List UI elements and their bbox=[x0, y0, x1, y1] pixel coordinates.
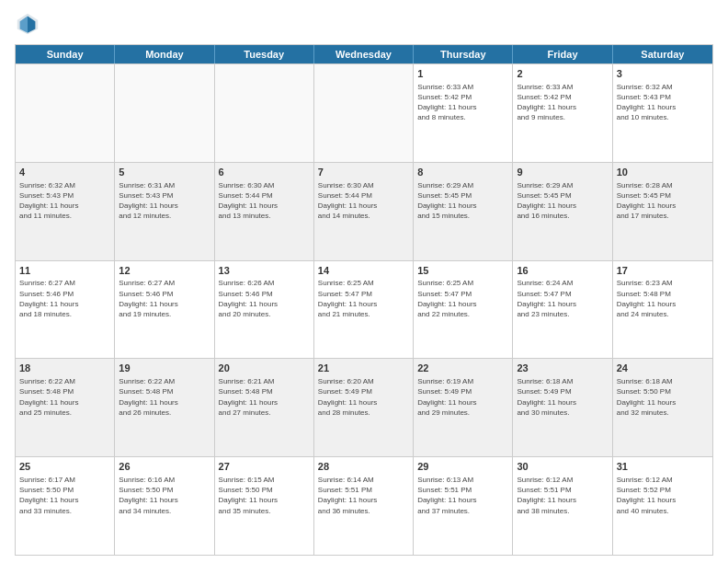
day-number: 26 bbox=[119, 460, 210, 474]
day-number: 7 bbox=[318, 166, 409, 179]
calendar-cell: 12Sunrise: 6:27 AM Sunset: 5:46 PM Dayli… bbox=[115, 261, 214, 359]
calendar-cell: 2Sunrise: 6:33 AM Sunset: 5:42 PM Daylig… bbox=[513, 64, 612, 162]
header-day-saturday: Saturday bbox=[613, 45, 712, 63]
day-number: 28 bbox=[318, 460, 409, 474]
calendar-cell: 27Sunrise: 6:15 AM Sunset: 5:50 PM Dayli… bbox=[215, 457, 314, 555]
day-number: 12 bbox=[119, 264, 210, 278]
cell-info: Sunrise: 6:28 AM Sunset: 5:45 PM Dayligh… bbox=[617, 180, 709, 222]
cell-info: Sunrise: 6:18 AM Sunset: 5:50 PM Dayligh… bbox=[617, 376, 709, 418]
calendar-body: 1Sunrise: 6:33 AM Sunset: 5:42 PM Daylig… bbox=[16, 63, 712, 555]
calendar-cell: 3Sunrise: 6:32 AM Sunset: 5:43 PM Daylig… bbox=[613, 64, 712, 162]
calendar-week-4: 18Sunrise: 6:22 AM Sunset: 5:48 PM Dayli… bbox=[16, 358, 712, 456]
cell-info: Sunrise: 6:17 AM Sunset: 5:50 PM Dayligh… bbox=[19, 475, 110, 516]
cell-info: Sunrise: 6:15 AM Sunset: 5:50 PM Dayligh… bbox=[219, 475, 310, 516]
calendar-cell: 20Sunrise: 6:21 AM Sunset: 5:48 PM Dayli… bbox=[215, 359, 314, 456]
cell-info: Sunrise: 6:29 AM Sunset: 5:45 PM Dayligh… bbox=[517, 180, 608, 222]
calendar-cell: 24Sunrise: 6:18 AM Sunset: 5:50 PM Dayli… bbox=[613, 359, 712, 456]
cell-info: Sunrise: 6:32 AM Sunset: 5:43 PM Dayligh… bbox=[19, 180, 110, 222]
day-number: 23 bbox=[517, 362, 608, 375]
calendar-cell: 21Sunrise: 6:20 AM Sunset: 5:49 PM Dayli… bbox=[314, 359, 414, 456]
cell-info: Sunrise: 6:13 AM Sunset: 5:51 PM Dayligh… bbox=[417, 475, 508, 516]
day-number: 11 bbox=[19, 264, 110, 278]
calendar-cell: 5Sunrise: 6:31 AM Sunset: 5:43 PM Daylig… bbox=[115, 163, 214, 260]
day-number: 2 bbox=[517, 67, 608, 81]
calendar-cell: 7Sunrise: 6:30 AM Sunset: 5:44 PM Daylig… bbox=[314, 163, 414, 260]
day-number: 25 bbox=[19, 460, 110, 474]
cell-info: Sunrise: 6:12 AM Sunset: 5:52 PM Dayligh… bbox=[617, 475, 709, 516]
calendar-cell: 23Sunrise: 6:18 AM Sunset: 5:49 PM Dayli… bbox=[513, 359, 612, 456]
calendar-cell: 22Sunrise: 6:19 AM Sunset: 5:49 PM Dayli… bbox=[414, 359, 513, 456]
day-number: 30 bbox=[517, 460, 608, 474]
day-number: 19 bbox=[119, 362, 210, 375]
calendar-week-2: 4Sunrise: 6:32 AM Sunset: 5:43 PM Daylig… bbox=[16, 162, 712, 260]
day-number: 6 bbox=[219, 166, 310, 179]
cell-info: Sunrise: 6:24 AM Sunset: 5:47 PM Dayligh… bbox=[517, 278, 608, 319]
day-number: 18 bbox=[19, 362, 110, 375]
header-day-monday: Monday bbox=[115, 45, 214, 63]
header bbox=[15, 11, 713, 37]
cell-info: Sunrise: 6:32 AM Sunset: 5:43 PM Dayligh… bbox=[617, 82, 709, 123]
calendar-cell: 31Sunrise: 6:12 AM Sunset: 5:52 PM Dayli… bbox=[613, 457, 712, 555]
cell-info: Sunrise: 6:30 AM Sunset: 5:44 PM Dayligh… bbox=[318, 180, 409, 222]
cell-info: Sunrise: 6:30 AM Sunset: 5:44 PM Dayligh… bbox=[219, 180, 310, 222]
cell-info: Sunrise: 6:14 AM Sunset: 5:51 PM Dayligh… bbox=[318, 475, 409, 516]
day-number: 1 bbox=[417, 67, 508, 81]
cell-info: Sunrise: 6:16 AM Sunset: 5:50 PM Dayligh… bbox=[119, 475, 210, 516]
cell-info: Sunrise: 6:21 AM Sunset: 5:48 PM Dayligh… bbox=[219, 376, 310, 418]
calendar-cell: 17Sunrise: 6:23 AM Sunset: 5:48 PM Dayli… bbox=[613, 261, 712, 359]
calendar-cell: 28Sunrise: 6:14 AM Sunset: 5:51 PM Dayli… bbox=[314, 457, 414, 555]
day-number: 31 bbox=[617, 460, 709, 474]
logo-icon bbox=[15, 11, 40, 37]
cell-info: Sunrise: 6:22 AM Sunset: 5:48 PM Dayligh… bbox=[19, 376, 110, 418]
calendar-cell: 19Sunrise: 6:22 AM Sunset: 5:48 PM Dayli… bbox=[115, 359, 214, 456]
header-day-sunday: Sunday bbox=[16, 45, 115, 63]
cell-info: Sunrise: 6:27 AM Sunset: 5:46 PM Dayligh… bbox=[119, 278, 210, 319]
cell-info: Sunrise: 6:19 AM Sunset: 5:49 PM Dayligh… bbox=[417, 376, 508, 418]
calendar-cell: 11Sunrise: 6:27 AM Sunset: 5:46 PM Dayli… bbox=[16, 261, 115, 359]
calendar-cell: 14Sunrise: 6:25 AM Sunset: 5:47 PM Dayli… bbox=[314, 261, 414, 359]
header-day-wednesday: Wednesday bbox=[314, 45, 414, 63]
cell-info: Sunrise: 6:26 AM Sunset: 5:46 PM Dayligh… bbox=[219, 278, 310, 319]
day-number: 17 bbox=[617, 264, 709, 278]
day-number: 20 bbox=[219, 362, 310, 375]
day-number: 27 bbox=[219, 460, 310, 474]
cell-info: Sunrise: 6:25 AM Sunset: 5:47 PM Dayligh… bbox=[318, 278, 409, 319]
cell-info: Sunrise: 6:23 AM Sunset: 5:48 PM Dayligh… bbox=[617, 278, 709, 319]
calendar-cell: 25Sunrise: 6:17 AM Sunset: 5:50 PM Dayli… bbox=[16, 457, 115, 555]
day-number: 24 bbox=[617, 362, 709, 375]
day-number: 14 bbox=[318, 264, 409, 278]
day-number: 10 bbox=[617, 166, 709, 179]
cell-info: Sunrise: 6:12 AM Sunset: 5:51 PM Dayligh… bbox=[517, 475, 608, 516]
calendar-cell: 30Sunrise: 6:12 AM Sunset: 5:51 PM Dayli… bbox=[513, 457, 612, 555]
logo bbox=[15, 11, 44, 37]
day-number: 22 bbox=[417, 362, 508, 375]
day-number: 8 bbox=[417, 166, 508, 179]
cell-info: Sunrise: 6:33 AM Sunset: 5:42 PM Dayligh… bbox=[517, 82, 608, 123]
calendar-cell bbox=[314, 64, 414, 162]
day-number: 5 bbox=[119, 166, 210, 179]
calendar-cell: 26Sunrise: 6:16 AM Sunset: 5:50 PM Dayli… bbox=[115, 457, 214, 555]
calendar-cell bbox=[16, 64, 115, 162]
day-number: 3 bbox=[617, 67, 709, 81]
header-day-thursday: Thursday bbox=[414, 45, 513, 63]
day-number: 29 bbox=[417, 460, 508, 474]
day-number: 4 bbox=[19, 166, 110, 179]
cell-info: Sunrise: 6:33 AM Sunset: 5:42 PM Dayligh… bbox=[417, 82, 508, 123]
calendar-cell: 10Sunrise: 6:28 AM Sunset: 5:45 PM Dayli… bbox=[613, 163, 712, 260]
calendar-header: SundayMondayTuesdayWednesdayThursdayFrid… bbox=[16, 45, 712, 63]
calendar-cell: 29Sunrise: 6:13 AM Sunset: 5:51 PM Dayli… bbox=[414, 457, 513, 555]
calendar-cell: 4Sunrise: 6:32 AM Sunset: 5:43 PM Daylig… bbox=[16, 163, 115, 260]
cell-info: Sunrise: 6:27 AM Sunset: 5:46 PM Dayligh… bbox=[19, 278, 110, 319]
day-number: 15 bbox=[417, 264, 508, 278]
calendar-week-1: 1Sunrise: 6:33 AM Sunset: 5:42 PM Daylig… bbox=[16, 63, 712, 162]
cell-info: Sunrise: 6:18 AM Sunset: 5:49 PM Dayligh… bbox=[517, 376, 608, 418]
calendar-cell bbox=[115, 64, 214, 162]
cell-info: Sunrise: 6:20 AM Sunset: 5:49 PM Dayligh… bbox=[318, 376, 409, 418]
calendar-week-5: 25Sunrise: 6:17 AM Sunset: 5:50 PM Dayli… bbox=[16, 456, 712, 555]
calendar-cell: 1Sunrise: 6:33 AM Sunset: 5:42 PM Daylig… bbox=[414, 64, 513, 162]
header-day-tuesday: Tuesday bbox=[215, 45, 314, 63]
day-number: 9 bbox=[517, 166, 608, 179]
calendar-cell bbox=[215, 64, 314, 162]
page: SundayMondayTuesdayWednesdayThursdayFrid… bbox=[0, 0, 728, 563]
day-number: 13 bbox=[219, 264, 310, 278]
